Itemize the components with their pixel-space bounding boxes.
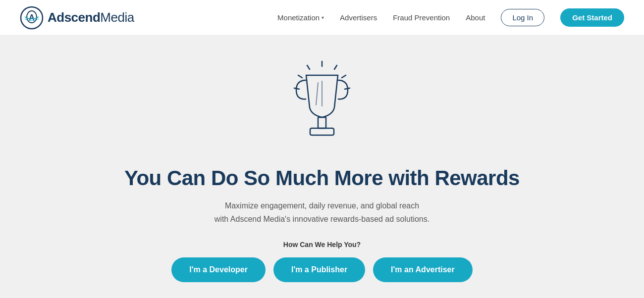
cta-buttons-group: I'm a Developer I'm a Publisher I'm an A…	[171, 257, 472, 282]
hero-section: You Can Do So Much More with Rewards Max…	[0, 36, 644, 298]
login-button[interactable]: Log In	[501, 9, 544, 26]
svg-line-5	[307, 65, 310, 69]
logo[interactable]: A AdscendMedia	[20, 6, 134, 30]
hero-title: You Can Do So Much More with Rewards	[124, 166, 520, 190]
nav-about[interactable]: About	[466, 13, 485, 22]
logo-text: AdscendMedia	[48, 10, 134, 25]
svg-rect-11	[318, 117, 326, 128]
nav-advertisers[interactable]: Advertisers	[340, 13, 377, 22]
trophy-icon	[277, 60, 367, 154]
main-nav: Monetization ▾ Advertisers Fraud Prevent…	[277, 8, 624, 27]
svg-line-6	[298, 75, 302, 78]
publisher-button[interactable]: I'm a Publisher	[273, 257, 365, 282]
nav-monetization[interactable]: Monetization ▾	[277, 13, 324, 22]
header: A AdscendMedia Monetization ▾ Advertiser…	[0, 0, 644, 36]
svg-line-9	[316, 83, 318, 105]
developer-button[interactable]: I'm a Developer	[171, 257, 266, 282]
help-label: How Can We Help You?	[283, 241, 361, 248]
svg-line-3	[334, 65, 337, 69]
get-started-button[interactable]: Get Started	[560, 8, 624, 27]
logo-icon: A	[20, 6, 44, 30]
advertiser-button[interactable]: I'm an Advertiser	[373, 257, 473, 282]
chevron-down-icon: ▾	[322, 15, 324, 20]
svg-line-4	[342, 75, 346, 78]
hero-subtitle: Maximize engagement, daily revenue, and …	[215, 199, 429, 226]
svg-rect-12	[310, 128, 334, 135]
nav-fraud-prevention[interactable]: Fraud Prevention	[393, 13, 450, 22]
